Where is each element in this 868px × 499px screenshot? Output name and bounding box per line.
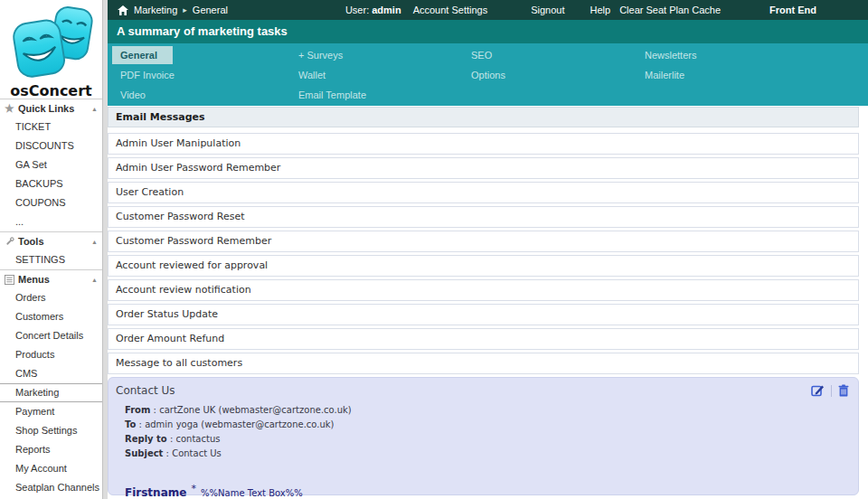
- sidebar-item-more[interactable]: ...: [0, 212, 102, 231]
- tab-email-template[interactable]: Email Template: [298, 89, 366, 100]
- tab-options[interactable]: Options: [471, 70, 505, 80]
- tab-newsletters[interactable]: Newsletters: [645, 50, 696, 61]
- email-message-row[interactable]: Admin User Manipulation: [108, 133, 859, 155]
- field-value: Contact Us: [172, 448, 222, 458]
- front-end-link[interactable]: Front End: [769, 5, 816, 15]
- summary-bar: A summary of marketing tasks: [108, 20, 868, 43]
- breadcrumb-separator-icon: ▸: [183, 5, 187, 14]
- screen: osConcert ★ Quick Links ▲ TICKET DISCOUN…: [0, 0, 868, 499]
- user-name: admin: [372, 5, 401, 15]
- sidebar-item-products[interactable]: Products: [0, 345, 102, 364]
- section-title: Tools: [18, 236, 44, 247]
- brand-name: osConcert: [0, 82, 102, 99]
- email-message-row[interactable]: Order Amount Refund: [108, 328, 859, 350]
- tab-pdf-invoice[interactable]: PDF Invoice: [120, 70, 175, 80]
- sidebar-section-quick-links[interactable]: ★ Quick Links ▲: [0, 99, 102, 118]
- collapse-icon[interactable]: ▲: [91, 239, 98, 245]
- field-colon: :: [139, 419, 142, 429]
- breadcrumb-general[interactable]: General: [193, 5, 228, 15]
- sidebar-item-reports[interactable]: Reports: [0, 440, 102, 459]
- wrench-icon: [3, 236, 16, 247]
- sidebar-item-marketing[interactable]: Marketing: [0, 383, 102, 402]
- sidebar-item-coupons[interactable]: COUPONS: [0, 193, 102, 212]
- sidebar-item-my-account[interactable]: My Account: [0, 459, 102, 478]
- email-message-row[interactable]: Admin User Password Remember: [108, 157, 859, 179]
- field-colon: :: [154, 405, 156, 415]
- user-indicator: User: admin: [345, 5, 401, 15]
- logo[interactable]: osConcert: [0, 0, 102, 99]
- icon-divider: [831, 385, 832, 397]
- sidebar-section-menus[interactable]: Menus ▲: [0, 269, 102, 288]
- topbar: Marketing ▸ General User: admin Account …: [108, 0, 868, 20]
- tab-video[interactable]: Video: [120, 89, 146, 100]
- form-field-firstname: Firstname * %%Name Text Box%%: [116, 483, 849, 499]
- field-colon: :: [166, 448, 169, 458]
- form-field-label: Firstname: [125, 486, 186, 499]
- section-title: Quick Links: [18, 103, 74, 114]
- menu-icon: [3, 275, 16, 285]
- tab-seo[interactable]: SEO: [471, 50, 492, 61]
- signout-link[interactable]: Signout: [531, 5, 564, 15]
- form-field-placeholder: %%Name Text Box%%: [201, 488, 303, 498]
- sidebar-item-concert-details[interactable]: Concert Details: [0, 326, 102, 345]
- email-message-row[interactable]: Message to all customers: [108, 353, 859, 374]
- email-message-row[interactable]: Order Status Update: [108, 304, 859, 325]
- email-message-row[interactable]: Customer Password Remember: [108, 231, 859, 252]
- collapse-icon[interactable]: ▲: [91, 277, 98, 283]
- sidebar-item-customers[interactable]: Customers: [0, 307, 102, 326]
- field-label: To: [125, 419, 136, 429]
- field-label: From: [125, 405, 150, 415]
- email-messages-section: Email Messages Admin User Manipulation A…: [108, 106, 868, 495]
- contact-us-panel: Contact Us: [108, 377, 859, 495]
- sidebar: osConcert ★ Quick Links ▲ TICKET DISCOUN…: [0, 0, 102, 499]
- field-label: Subject: [125, 448, 163, 458]
- sidebar-item-cms[interactable]: CMS: [0, 364, 102, 383]
- field-value: cartZone UK (webmaster@cartzone.co.uk): [159, 405, 352, 415]
- sidebar-item-shop-settings[interactable]: Shop Settings: [0, 421, 102, 440]
- edit-icon[interactable]: [811, 384, 825, 397]
- sidebar-section-tools[interactable]: Tools ▲: [0, 231, 102, 250]
- tab-general[interactable]: General: [112, 46, 173, 64]
- tab-wallet[interactable]: Wallet: [298, 70, 326, 80]
- star-icon: ★: [3, 102, 16, 115]
- collapse-icon[interactable]: ▲: [91, 106, 98, 112]
- osconcert-masks-icon: [8, 3, 95, 80]
- required-mark: *: [191, 483, 196, 494]
- sidebar-item-ticket[interactable]: TICKET: [0, 118, 102, 137]
- section-header: Email Messages: [108, 107, 859, 127]
- email-message-row[interactable]: User Creation: [108, 182, 859, 203]
- page-title: A summary of marketing tasks: [117, 24, 288, 38]
- field-colon: :: [170, 434, 173, 444]
- email-message-row[interactable]: Customer Password Reset: [108, 206, 859, 228]
- email-message-row[interactable]: Account review notification: [108, 279, 859, 301]
- home-icon[interactable]: [118, 5, 128, 15]
- trash-icon[interactable]: [838, 384, 849, 397]
- field-value: contactus: [175, 434, 220, 444]
- field-value: admin yoga (webmaster@cartzone.co.uk): [145, 419, 334, 429]
- sidebar-item-seatplan-channels[interactable]: Seatplan Channels: [0, 478, 102, 497]
- sidebar-item-settings[interactable]: SETTINGS: [0, 250, 102, 269]
- field-label: Reply to: [125, 434, 167, 444]
- section-title: Menus: [18, 274, 50, 285]
- tab-surveys[interactable]: + Surveys: [298, 50, 343, 61]
- tab-grid: General + Surveys SEO Newsletters PDF In…: [108, 43, 868, 106]
- sidebar-item-backups[interactable]: BACKUPS: [0, 174, 102, 193]
- email-message-row[interactable]: Account reviewed for approval: [108, 255, 859, 277]
- sidebar-item-ga-set[interactable]: GA Set: [0, 155, 102, 174]
- sidebar-item-payment[interactable]: Payment: [0, 402, 102, 421]
- clear-seat-plan-cache-link[interactable]: Clear Seat Plan Cache: [619, 5, 721, 15]
- sidebar-item-orders[interactable]: Orders: [0, 288, 102, 307]
- user-label: User:: [345, 5, 369, 15]
- sidebar-item-discounts[interactable]: DISCOUNTS: [0, 137, 102, 155]
- contact-details: From : cartZone UK (webmaster@cartzone.c…: [116, 397, 849, 461]
- help-link[interactable]: Help: [590, 5, 611, 15]
- contact-us-title[interactable]: Contact Us: [116, 384, 811, 397]
- main: Marketing ▸ General User: admin Account …: [108, 0, 868, 499]
- account-settings-link[interactable]: Account Settings: [413, 5, 488, 15]
- breadcrumb-marketing[interactable]: Marketing: [134, 5, 177, 15]
- tab-mailerlite[interactable]: Mailerlite: [645, 70, 684, 80]
